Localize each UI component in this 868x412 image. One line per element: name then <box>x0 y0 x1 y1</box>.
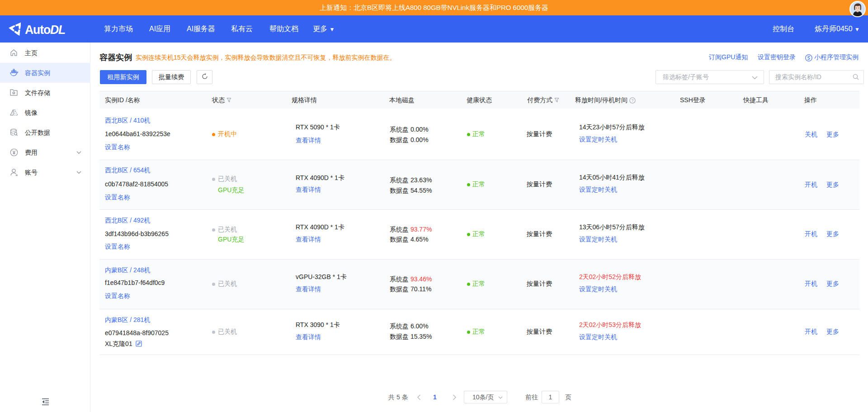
svg-text:?: ? <box>631 98 633 103</box>
